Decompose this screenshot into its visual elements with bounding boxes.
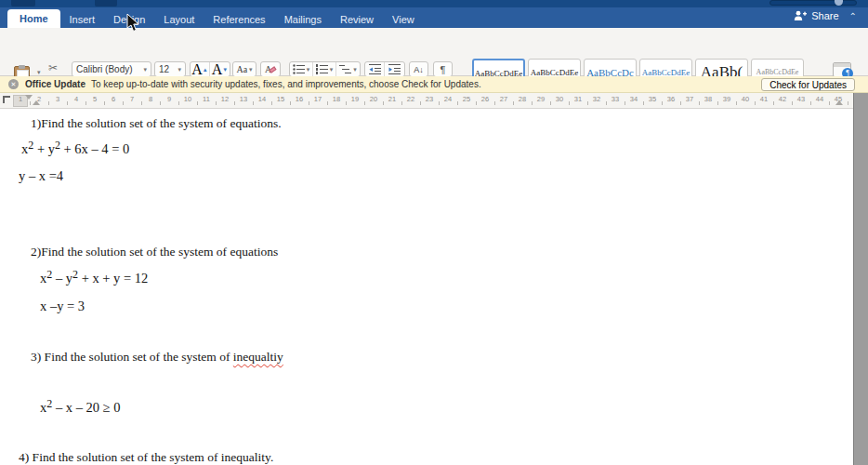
ruler-number: 24	[442, 95, 454, 103]
decrease-indent-button[interactable]	[365, 62, 385, 76]
ruler-tick	[327, 101, 328, 105]
sort-button[interactable]: A↓	[409, 61, 428, 77]
superscript: 2	[72, 268, 78, 281]
collapse-ribbon-icon[interactable]: ⌃	[849, 11, 857, 21]
ruler-number: 7	[126, 95, 138, 103]
misspelled-word: inequaltiy	[233, 350, 283, 364]
ruler-tick	[625, 101, 625, 105]
tab-layout[interactable]: Layout	[154, 10, 204, 28]
ruler-number: 23	[424, 95, 435, 103]
ruler-tick	[216, 101, 217, 105]
ruler-number: 32	[591, 95, 602, 103]
tab-review[interactable]: Review	[331, 10, 383, 28]
ruler-number: 10	[182, 95, 193, 103]
share-person-icon	[794, 10, 807, 21]
ruler-tick	[48, 101, 49, 105]
font-size-combo[interactable]: 12 ▾	[154, 61, 186, 77]
chevron-down-icon: ▾	[330, 66, 334, 73]
ruler-tick	[736, 101, 737, 105]
hanging-indent-marker[interactable]	[33, 100, 40, 105]
ruler-tick	[178, 101, 179, 105]
search-box-sliver[interactable]	[769, 0, 857, 6]
question-line[interactable]: 2)Find the solution set of the system of…	[31, 245, 278, 259]
tab-view[interactable]: View	[383, 10, 424, 28]
grow-font-button[interactable]: A▲	[191, 62, 210, 76]
text-run: – x – 20 ≥ 0	[52, 400, 120, 415]
tab-design[interactable]: Design	[104, 10, 154, 28]
up-arrow-icon: ▲	[203, 67, 208, 73]
ruler-number: 21	[387, 95, 398, 103]
question-line[interactable]: 1)Find the solution set of the system of…	[31, 116, 282, 131]
tab-insert[interactable]: Insert	[60, 10, 105, 28]
ruler-number: 13	[238, 95, 249, 103]
tab-stop-selector[interactable]	[3, 96, 10, 103]
ruler-number: 38	[703, 95, 714, 103]
ruler-tick	[792, 101, 793, 105]
ruler-tick	[253, 101, 254, 105]
numbered-list-icon	[316, 64, 328, 74]
ruler-number: 26	[480, 95, 491, 103]
chevron-down-icon: ▾	[178, 66, 181, 73]
equation-line[interactable]: x –y = 3	[40, 299, 85, 314]
paste-dropdown-caret[interactable]: ▾	[37, 69, 41, 76]
question-line[interactable]: 3) Find the solution set of the system o…	[31, 350, 283, 365]
right-indent-marker[interactable]	[835, 100, 843, 105]
first-line-indent-marker[interactable]	[25, 95, 33, 100]
equation-line[interactable]: x2 – x – 20 ≥ 0	[40, 400, 120, 416]
ruler-number: 33	[610, 95, 621, 103]
chevron-down-icon: ▾	[307, 66, 310, 73]
bullet-list-button[interactable]: ▾	[290, 62, 313, 76]
horizontal-ruler: 1234567891011121314151617181920212223242…	[0, 93, 868, 109]
tab-references[interactable]: References	[204, 10, 274, 28]
ruler-tick	[755, 101, 756, 105]
text-run: + 6x – 4 = 0	[60, 141, 129, 156]
ruler-tick	[606, 101, 607, 105]
change-case-button[interactable]: Aa ▾	[232, 61, 256, 77]
update-badge-icon: ✕	[8, 79, 19, 89]
share-control[interactable]: Share ⌃	[794, 10, 857, 21]
question-line[interactable]: 4) Find the solution set of the system o…	[19, 450, 273, 465]
numbered-list-button[interactable]: ▾	[313, 62, 336, 76]
text-run: x –y = 3	[40, 299, 85, 313]
tab-home[interactable]: Home	[7, 9, 60, 28]
show-paragraph-marks-button[interactable]: ¶	[433, 61, 453, 77]
tab-mailings[interactable]: Mailings	[275, 10, 331, 28]
clear-formatting-button[interactable]: A	[260, 61, 281, 77]
ruler-number: 22	[405, 95, 416, 103]
list-group: ▾ ▾ ▾	[289, 61, 361, 77]
ruler-number: 15	[275, 95, 286, 103]
increase-indent-button[interactable]	[385, 62, 404, 76]
ruler-tick	[30, 101, 31, 105]
text-run: – y	[52, 271, 72, 286]
ruler-number: 16	[294, 95, 305, 103]
shrink-font-button[interactable]: A▼	[210, 62, 230, 76]
document-page[interactable]: 1)Find the solution set of the system of…	[0, 109, 855, 465]
check-for-updates-button[interactable]: Check for Updates	[761, 78, 855, 91]
font-name-value: Calibri (Body)	[76, 64, 133, 74]
text-run: 1)Find the solution set of the system of…	[31, 116, 282, 130]
multilevel-list-button[interactable]: ▾	[336, 62, 360, 76]
ruler-number: 8	[145, 95, 156, 103]
ruler-tick	[829, 101, 830, 105]
ruler-tick	[810, 101, 811, 105]
equation-line[interactable]: x2 + y2 + 6x – 4 = 0	[21, 141, 129, 157]
ribbon-tabs: HomeInsertDesignLayoutReferencesMailings…	[7, 7, 424, 28]
equation-line[interactable]: y – x =4	[19, 168, 63, 184]
down-arrow-icon: ▼	[222, 67, 228, 73]
ruler-number: 6	[108, 95, 119, 103]
shrink-font-glyph: A	[212, 61, 223, 78]
superscript: 2	[55, 139, 60, 152]
chevron-down-icon: ▾	[143, 66, 147, 73]
cut-icon[interactable]: ✂	[46, 61, 60, 74]
ruler-number: 17	[312, 95, 323, 103]
ruler-tick	[85, 101, 86, 105]
ruler-tick	[532, 101, 533, 105]
font-name-combo[interactable]: Calibri (Body) ▾	[72, 61, 151, 77]
decrease-indent-icon	[369, 64, 381, 74]
equation-line[interactable]: x2 – y2 + x + y = 12	[40, 271, 148, 286]
ruler-tick	[67, 101, 68, 105]
toolbar-icon-sliver	[95, 0, 117, 7]
ruler-number: 44	[814, 95, 825, 103]
titlebar-sliver	[0, 0, 868, 7]
ruler-number: 43	[796, 95, 807, 103]
